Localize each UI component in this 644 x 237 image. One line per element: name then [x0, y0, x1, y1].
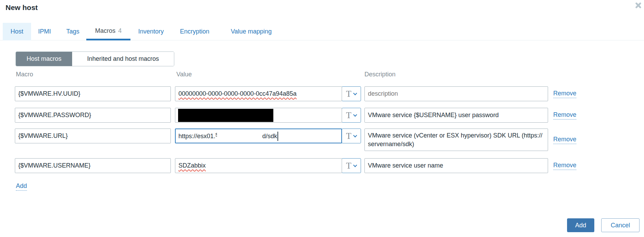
macro-name-input[interactable] [15, 129, 171, 143]
value-type-dropdown[interactable]: T [342, 129, 361, 143]
macro-value-input[interactable] [175, 108, 342, 123]
chevron-down-icon [353, 133, 357, 137]
tab-ipmi[interactable]: IPMI [32, 23, 57, 40]
macro-name-input[interactable] [15, 158, 171, 173]
cancel-button[interactable]: Cancel [601, 218, 640, 232]
macros-count-badge: 4 [118, 27, 122, 35]
macro-name-input[interactable] [15, 108, 171, 123]
macro-name-input[interactable] [15, 86, 171, 101]
text-type-icon: T [346, 132, 351, 140]
tab-bar: Host IPMI Tags Macros 4 Inventory Encryp… [0, 23, 644, 40]
macro-description-input[interactable]: VMware service (vCenter or ESX hyperviso… [364, 129, 548, 151]
toggle-inherited-macros[interactable]: Inherited and host macros [72, 52, 174, 66]
value-type-dropdown[interactable]: T [342, 158, 361, 173]
chevron-down-icon [353, 91, 357, 95]
text-type-icon: T [346, 161, 351, 170]
text-cursor [277, 132, 278, 141]
macro-value-input[interactable]: 00000000-0000-0000-0000-0cc47a94a85a [175, 86, 342, 101]
macro-value-input-focused[interactable]: https://esx01.sd/sdk [175, 129, 342, 143]
text-type-icon: T [346, 89, 351, 98]
tab-inventory[interactable]: Inventory [135, 23, 167, 40]
value-type-dropdown[interactable]: T [342, 108, 361, 123]
toggle-host-macros[interactable]: Host macros [16, 52, 72, 66]
column-header-description: Description [364, 71, 396, 78]
remove-macro-link[interactable]: Remove [553, 162, 576, 170]
tab-macros[interactable]: Macros 4 [86, 23, 130, 40]
remove-macro-link[interactable]: Remove [553, 136, 576, 144]
add-macro-row-link[interactable]: Add [16, 182, 27, 191]
column-header-macro: Macro [16, 71, 33, 78]
chevron-down-icon [353, 113, 357, 116]
redacted-value-block [178, 109, 273, 122]
text-type-icon: T [346, 111, 351, 120]
remove-macro-link[interactable]: Remove [553, 90, 576, 98]
value-type-dropdown[interactable]: T [342, 86, 361, 101]
column-header-value: Value [176, 71, 192, 78]
dialog-title: New host [6, 3, 38, 12]
close-icon[interactable] [634, 1, 643, 10]
new-host-dialog: New host Host IPMI Tags Macros 4 Invento… [0, 0, 644, 237]
chevron-down-icon [353, 163, 357, 167]
macro-description-input[interactable] [364, 158, 548, 173]
tab-tags[interactable]: Tags [61, 23, 85, 40]
tab-host[interactable]: Host [3, 23, 31, 40]
macro-view-toggle: Host macros Inherited and host macros [16, 51, 174, 66]
remove-macro-link[interactable]: Remove [553, 111, 576, 120]
add-host-button[interactable]: Add [567, 218, 594, 232]
tab-value-mapping[interactable]: Value mapping [222, 23, 281, 40]
macro-description-input[interactable] [364, 108, 548, 123]
tab-encryption[interactable]: Encryption [178, 23, 211, 40]
macro-value-input[interactable]: SDZabbix [175, 158, 342, 173]
macro-description-input[interactable] [364, 86, 548, 101]
